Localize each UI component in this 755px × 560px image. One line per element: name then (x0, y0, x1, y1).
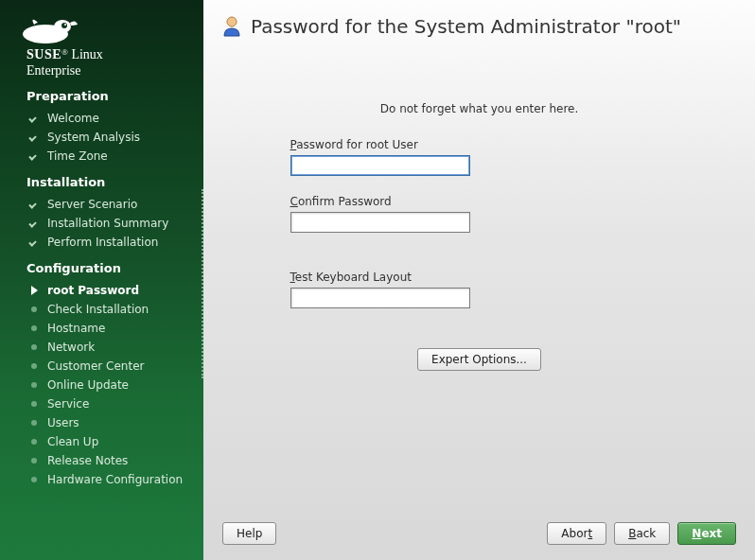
sidebar-item-installation-summary[interactable]: Installation Summary (0, 214, 203, 233)
brand-text: SUSE® Linux Enterprise (0, 45, 203, 81)
test-keyboard-input[interactable] (290, 288, 470, 308)
arrow-right-icon (28, 286, 40, 295)
check-icon (28, 114, 40, 122)
user-icon (222, 16, 241, 37)
sidebar: SUSE® Linux Enterprise Preparation Welco… (0, 0, 203, 560)
bullet-icon (28, 420, 40, 426)
check-icon (28, 238, 40, 246)
nav-label: Perform Installation (47, 236, 158, 249)
nav-label: Customer Center (47, 359, 145, 373)
nav-label: Release Notes (47, 454, 128, 467)
nav-label: Installation Summary (47, 217, 168, 230)
nav-label: Users (47, 416, 79, 429)
bullet-icon (28, 401, 40, 407)
bullet-icon (28, 325, 40, 331)
bullet-icon (28, 306, 40, 312)
svg-point-2 (61, 23, 67, 28)
sidebar-item-customer-center[interactable]: Customer Center (0, 357, 203, 376)
main-panel: Password for the System Administrator "r… (203, 0, 755, 560)
sidebar-item-perform-installation[interactable]: Perform Installation (0, 233, 203, 252)
help-button[interactable]: Help (222, 522, 276, 545)
nav-label: Server Scenario (47, 198, 137, 211)
suse-logo (0, 11, 203, 45)
check-icon (28, 133, 40, 141)
sidebar-item-root-password[interactable]: root Password (0, 281, 203, 300)
nav-label: Time Zone (47, 149, 108, 163)
check-icon (28, 201, 40, 208)
nav-label: Hardware Configuration (47, 473, 183, 486)
nav-label: root Password (47, 284, 139, 297)
svg-point-4 (227, 17, 237, 26)
nav-label: System Analysis (47, 131, 140, 144)
page-title: Password for the System Administrator "r… (251, 15, 681, 38)
bullet-icon (28, 344, 40, 350)
nav-label: Welcome (47, 112, 99, 125)
sidebar-item-network[interactable]: Network (0, 338, 203, 357)
sidebar-item-clean-up[interactable]: Clean Up (0, 432, 203, 451)
next-button[interactable]: Next (677, 522, 736, 545)
section-preparation: Preparation (0, 81, 203, 107)
bullet-icon (28, 477, 40, 482)
sidebar-item-release-notes[interactable]: Release Notes (0, 451, 203, 470)
check-icon (28, 219, 40, 227)
nav-label: Online Update (47, 378, 129, 392)
sidebar-item-hardware-configuration[interactable]: Hardware Configuration (0, 470, 203, 489)
test-keyboard-label: Test Keyboard Layout (290, 271, 669, 284)
sidebar-item-online-update[interactable]: Online Update (0, 376, 203, 394)
svg-point-3 (64, 24, 66, 26)
bullet-icon (28, 382, 40, 388)
sidebar-item-check-installation[interactable]: Check Installation (0, 300, 203, 319)
sidebar-item-welcome[interactable]: Welcome (0, 109, 203, 128)
back-button[interactable]: Back (614, 522, 670, 545)
hint-text: Do not forget what you enter here. (380, 102, 579, 115)
expert-options-button[interactable]: Expert Options... (417, 348, 541, 371)
sidebar-item-users[interactable]: Users (0, 413, 203, 432)
bullet-icon (28, 439, 40, 445)
password-input[interactable] (290, 155, 470, 176)
bullet-icon (28, 363, 40, 369)
sidebar-item-server-scenario[interactable]: Server Scenario (0, 195, 203, 214)
confirm-label: Confirm Password (290, 195, 669, 208)
sidebar-item-system-analysis[interactable]: System Analysis (0, 128, 203, 147)
nav-label: Clean Up (47, 435, 98, 448)
sidebar-item-service[interactable]: Service (0, 394, 203, 413)
section-installation: Installation (0, 167, 203, 193)
bullet-icon (28, 458, 40, 464)
sidebar-item-time-zone[interactable]: Time Zone (0, 147, 203, 166)
section-configuration: Configuration (0, 254, 203, 279)
confirm-input[interactable] (290, 212, 470, 233)
password-label: Password for root User (290, 138, 669, 151)
nav-label: Network (47, 341, 95, 354)
check-icon (28, 152, 40, 160)
nav-label: Check Installation (47, 303, 149, 316)
nav-label: Service (47, 397, 89, 411)
sidebar-item-hostname[interactable]: Hostname (0, 319, 203, 338)
abort-button[interactable]: Abort (547, 522, 606, 545)
nav-label: Hostname (47, 322, 105, 335)
